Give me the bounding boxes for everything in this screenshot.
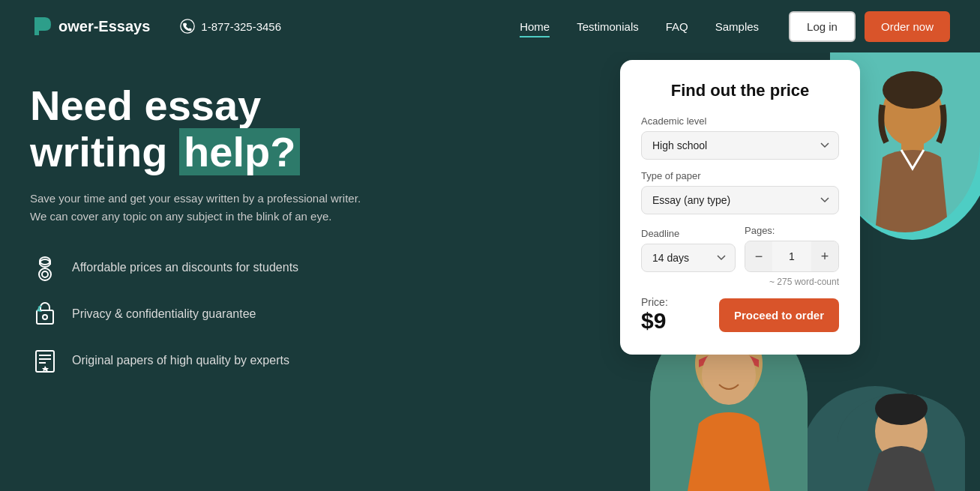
nav-home[interactable]: Home xyxy=(520,20,550,33)
hero-title: Need essay writing help? xyxy=(30,82,575,175)
deadline-group: Deadline 14 days 10 days 7 days 5 days 3… xyxy=(641,228,736,272)
deadline-label: Deadline xyxy=(641,228,736,239)
person-bottom-right xyxy=(838,394,965,491)
deadline-pages-row: Deadline 14 days 10 days 7 days 5 days 3… xyxy=(641,225,839,272)
academic-level-group: Academic level High school Undergraduate… xyxy=(641,115,839,160)
hero-title-highlight: help? xyxy=(179,128,300,175)
svg-point-2 xyxy=(42,271,48,277)
feature-item-1: Affordable prices an discounts for stude… xyxy=(30,253,575,283)
academic-level-select[interactable]: High school Undergraduate Bachelor Maste… xyxy=(641,131,839,160)
proceed-to-order-button[interactable]: Proceed to order xyxy=(719,298,839,332)
phone-area: 1-877-325-3456 xyxy=(180,19,281,34)
price-info: Price: $9 xyxy=(641,296,668,334)
feature-text-2: Privacy & confidentiality guarantee xyxy=(72,307,256,321)
paper-type-select[interactable]: Essay (any type) Research Paper Term Pap… xyxy=(641,186,839,214)
phone-number: 1-877-325-3456 xyxy=(201,20,281,33)
price-label: Price: xyxy=(641,296,668,308)
phone-icon xyxy=(180,19,195,34)
header-buttons: Log in Order now xyxy=(789,11,950,42)
hero-subtitle-line2: We can cover any topic on any subject in… xyxy=(30,210,331,223)
price-card: Find out the price Academic level High s… xyxy=(620,60,860,355)
affordable-icon xyxy=(30,253,60,283)
paper-type-group: Type of paper Essay (any type) Research … xyxy=(641,170,839,214)
nav-samples[interactable]: Samples xyxy=(715,20,759,33)
deadline-select[interactable]: 14 days 10 days 7 days 5 days 3 days 2 d… xyxy=(641,244,736,272)
pages-group: Pages: − 1 + xyxy=(745,225,839,272)
svg-rect-7 xyxy=(37,310,53,324)
academic-level-label: Academic level xyxy=(641,115,839,127)
privacy-icon xyxy=(30,299,60,329)
pages-label: Pages: xyxy=(745,225,839,236)
right-side: Find out the price Academic level High s… xyxy=(605,52,980,491)
features: Affordable prices an discounts for stude… xyxy=(30,253,575,376)
word-count: ~ 275 word-count xyxy=(641,277,839,287)
feature-text-3: Original papers of high quality by exper… xyxy=(72,354,289,367)
hero-subtitle: Save your time and get your essay writte… xyxy=(30,190,435,226)
header: ower-Essays 1-877-325-3456 Home Testimon… xyxy=(0,0,980,52)
left-side: Need essay writing help? Save your time … xyxy=(0,52,605,491)
svg-point-8 xyxy=(43,315,47,319)
hero-title-line1: Need essay xyxy=(30,82,261,129)
price-value: $9 xyxy=(641,308,668,334)
svg-point-1 xyxy=(39,268,51,280)
logo-text: ower-Essays xyxy=(58,18,150,35)
nav: Home Testimonials FAQ Samples xyxy=(520,20,759,33)
pages-increment-button[interactable]: + xyxy=(811,241,838,271)
feature-text-1: Affordable prices an discounts for stude… xyxy=(72,261,298,274)
feature-item-3: Original papers of high quality by exper… xyxy=(30,346,575,376)
quality-icon xyxy=(30,346,60,376)
hero-subtitle-line1: Save your time and get your essay writte… xyxy=(30,192,361,205)
pages-controls: − 1 + xyxy=(745,241,839,272)
price-card-title: Find out the price xyxy=(641,81,839,100)
svg-point-23 xyxy=(875,394,928,425)
pages-decrement-button[interactable]: − xyxy=(745,241,772,271)
nav-faq[interactable]: FAQ xyxy=(666,20,688,33)
pages-value: 1 xyxy=(772,250,811,262)
logo[interactable]: ower-Essays xyxy=(30,14,150,38)
login-button[interactable]: Log in xyxy=(789,11,856,42)
svg-marker-13 xyxy=(42,366,49,372)
main-content: Need essay writing help? Save your time … xyxy=(0,52,980,491)
hero-title-writing: writing xyxy=(30,128,179,175)
svg-point-17 xyxy=(883,71,943,109)
feature-item-2: Privacy & confidentiality guarantee xyxy=(30,299,575,329)
price-row: Price: $9 Proceed to order xyxy=(641,296,839,334)
paper-type-label: Type of paper xyxy=(641,170,839,181)
logo-icon xyxy=(30,14,54,38)
order-now-button[interactable]: Order now xyxy=(865,11,950,42)
svg-point-0 xyxy=(181,19,194,33)
nav-testimonials[interactable]: Testimonials xyxy=(577,20,639,33)
